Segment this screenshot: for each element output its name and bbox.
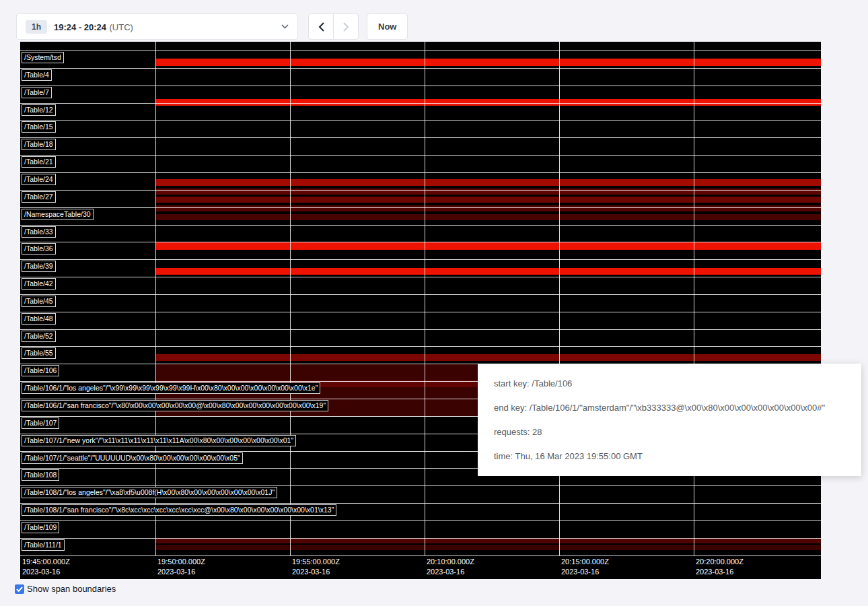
gridline-horizontal: [20, 520, 821, 521]
gridline-horizontal: [20, 155, 821, 156]
heat-band: [155, 354, 821, 361]
row-label: /Table/36: [22, 243, 56, 255]
gridline-horizontal: [20, 86, 821, 86]
duration-badge: 1h: [26, 20, 47, 34]
heat-band: [155, 538, 821, 543]
row-label: /Table/24: [22, 174, 56, 185]
gridline-vertical: [425, 42, 425, 556]
gridline-horizontal: [20, 294, 821, 295]
tooltip-start-key: start key: /Table/106: [494, 378, 845, 389]
gridline-horizontal: [20, 207, 821, 208]
row-label: /Table/109: [22, 522, 59, 533]
row-label: /Table/52: [22, 331, 56, 342]
row-label: /Table/106/1/"san francisco"/"\x80\x00\x…: [22, 400, 328, 411]
row-label: /Table/7: [22, 87, 52, 98]
row-label: /System/tsd: [22, 52, 64, 63]
time-axis-label: 20:20:00.000Z2023-03-16: [696, 557, 744, 577]
gridline-horizontal: [20, 225, 821, 226]
heat-band: [155, 197, 821, 203]
row-label: /Table/33: [22, 226, 56, 238]
row-label: /Table/108: [22, 469, 59, 481]
heat-band: [155, 214, 821, 220]
prev-time-button[interactable]: [308, 13, 334, 40]
time-toolbar: 1h 19:24 - 20:24 (UTC) Now: [16, 13, 408, 40]
gridline-horizontal: [20, 277, 821, 277]
show-span-boundaries-label: Show span boundaries: [27, 584, 116, 594]
gridline-vertical: [559, 42, 560, 556]
gridline-horizontal: [20, 68, 821, 69]
gridline-horizontal: [20, 242, 821, 242]
gridline-horizontal: [20, 172, 821, 173]
time-axis-label: 20:10:00.000Z2023-03-16: [427, 557, 474, 577]
row-label: /Table/12: [22, 104, 56, 116]
gridline-horizontal: [20, 103, 821, 104]
heat-band: [155, 179, 821, 186]
time-axis-label: 19:55:00.000Z2023-03-16: [292, 557, 340, 577]
time-axis-label: 20:15:00.000Z2023-03-16: [561, 557, 609, 577]
row-label: /Table/48: [22, 313, 56, 325]
key-visualizer-canvas[interactable]: start key: /Table/106 end key: /Table/10…: [20, 42, 821, 579]
gridline-vertical: [694, 42, 694, 556]
heat-band: [155, 205, 821, 211]
row-label: /Table/106: [22, 365, 59, 376]
heat-band: [155, 268, 821, 275]
row-label: /Table/39: [22, 261, 56, 272]
next-time-button[interactable]: [333, 13, 359, 40]
gridline-horizontal: [20, 120, 821, 121]
row-label: /Table/107/1/"seattle"/"UUUUUUD\x00\x80\…: [22, 452, 243, 464]
row-label: /NamespaceTable/30: [22, 209, 94, 220]
gridline-horizontal: [20, 538, 821, 539]
gridline-horizontal: [20, 503, 821, 504]
row-label: /Table/111/1: [22, 539, 65, 551]
gridline-horizontal: [20, 346, 821, 347]
hover-tooltip: start key: /Table/106 end key: /Table/10…: [478, 364, 861, 476]
row-label: /Table/4: [22, 69, 52, 81]
row-label: /Table/15: [22, 121, 56, 133]
time-range-selector[interactable]: 1h 19:24 - 20:24 (UTC): [16, 13, 298, 40]
now-button[interactable]: Now: [367, 13, 408, 40]
time-axis-label: 19:45:00.000Z2023-03-16: [22, 557, 70, 577]
span-boundaries-control: Show span boundaries: [15, 584, 116, 594]
heat-band: [155, 545, 821, 550]
gridline-vertical: [290, 42, 291, 556]
gridline-horizontal: [20, 485, 821, 486]
row-label: /Table/42: [22, 278, 56, 290]
gridline-vertical: [155, 42, 156, 556]
gridline-horizontal: [20, 329, 821, 330]
row-label: /Table/45: [22, 296, 56, 307]
row-label: /Table/108/1/"san francisco"/"\x8c\xcc\x…: [22, 504, 336, 516]
show-span-boundaries-checkbox[interactable]: [15, 584, 24, 594]
row-label: /Table/107/1/"new york"/"\x11\x11\x11\x1…: [22, 435, 296, 446]
chevron-down-icon: [281, 24, 289, 29]
tooltip-time: time: Thu, 16 Mar 2023 19:55:00 GMT: [494, 451, 845, 461]
row-label: /Table/108/1/"los angeles"/"\xa8\xf5\u00…: [22, 487, 277, 498]
row-label: /Table/106/1/"los angeles"/"\x99\x99\x99…: [22, 382, 320, 394]
row-label: /Table/55: [22, 347, 56, 359]
row-label: /Table/21: [22, 156, 56, 168]
heat-band: [155, 242, 821, 250]
gridline-horizontal: [20, 259, 821, 260]
tooltip-requests: requests: 28: [494, 427, 845, 437]
time-axis-label: 19:50:00.000Z2023-03-16: [157, 557, 205, 577]
gridline-horizontal: [20, 50, 821, 51]
gridline-horizontal: [20, 190, 821, 191]
gridline-horizontal: [20, 312, 821, 312]
tooltip-end-key: end key: /Table/106/1/"amsterdam"/"\xb33…: [494, 403, 845, 413]
row-label: /Table/27: [22, 191, 56, 203]
time-range-text: 19:24 - 20:24: [54, 22, 106, 32]
row-label: /Table/18: [22, 139, 56, 150]
key-visualizer-page: 1h 19:24 - 20:24 (UTC) Now start key: /T…: [0, 0, 868, 606]
heat-band: [155, 59, 821, 66]
gridline-horizontal: [20, 556, 821, 556]
row-label: /Table/107: [22, 417, 59, 429]
timezone-text: (UTC): [110, 22, 133, 32]
time-nav-group: [308, 13, 359, 40]
gridline-horizontal: [20, 137, 821, 138]
